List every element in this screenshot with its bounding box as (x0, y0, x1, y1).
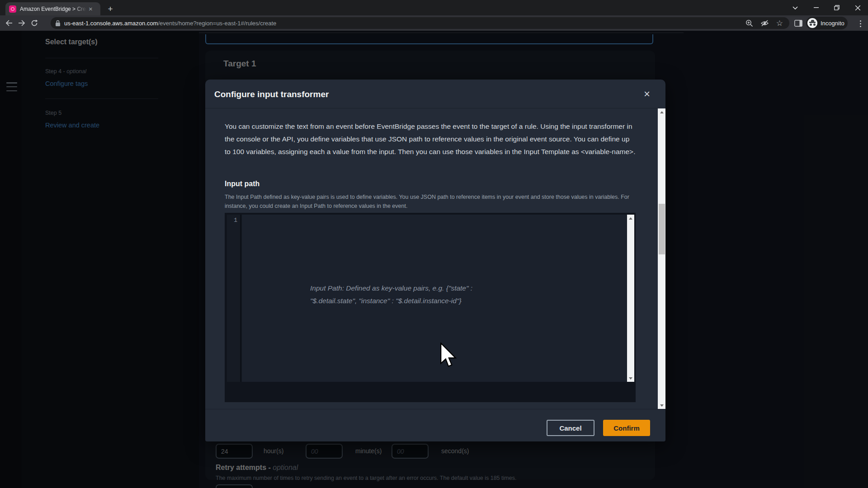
tab-close-icon[interactable]: × (89, 5, 93, 12)
input-path-editor[interactable]: 1 Input Path: Defined as key-value pairs… (225, 213, 636, 402)
cancel-button[interactable]: Cancel (547, 420, 594, 436)
tab-title: Amazon EventBridge > Create ru (20, 6, 87, 12)
forward-button[interactable] (15, 17, 28, 29)
incognito-icon (807, 18, 817, 28)
scrollbar-thumb[interactable] (659, 204, 665, 254)
editor-scrollbar[interactable] (627, 215, 634, 382)
address-bar[interactable]: us-east-1.console.aws.amazon.com/events/… (51, 17, 789, 29)
side-panel-icon[interactable] (794, 20, 802, 28)
confirm-button[interactable]: Confirm (603, 420, 650, 436)
incognito-label: Incognito (821, 20, 844, 27)
lock-icon (55, 20, 61, 27)
bookmark-star-icon[interactable]: ☆ (776, 19, 783, 27)
configure-input-transformer-modal: Configure input transformer × You can cu… (205, 80, 665, 441)
hidden-eye-icon[interactable] (760, 20, 769, 27)
editor-line-number: 1 (227, 215, 241, 382)
modal-header: Configure input transformer × (205, 80, 665, 108)
zoom-icon[interactable] (745, 19, 753, 27)
browser-titlebar (0, 0, 868, 15)
screen: Amazon EventBridge > Create ru × + us-ea… (0, 0, 868, 488)
mouse-cursor (439, 343, 458, 370)
browser-toolbar: us-east-1.console.aws.amazon.com/events/… (0, 15, 868, 31)
browser-menu-button[interactable] (856, 19, 864, 28)
modal-intro-text: You can customize the text from an event… (225, 120, 637, 158)
tab-search-chevron-button[interactable] (785, 0, 806, 15)
input-path-description: The Input Path defined as key-value pair… (225, 192, 632, 211)
modal-scrollbar[interactable] (658, 108, 665, 409)
close-window-button[interactable] (847, 0, 868, 15)
reload-button[interactable] (28, 17, 41, 29)
input-path-heading: Input path (225, 180, 259, 188)
modal-close-icon[interactable]: × (644, 89, 650, 99)
modal-title: Configure input transformer (214, 89, 329, 99)
minimize-button[interactable] (806, 0, 826, 15)
scroll-down-icon[interactable] (658, 402, 665, 409)
scroll-up-icon[interactable] (658, 108, 665, 116)
incognito-badge: Incognito (806, 17, 848, 29)
back-button[interactable] (3, 17, 15, 29)
browser-tab[interactable]: Amazon EventBridge > Create ru × (5, 2, 100, 15)
url-text: us-east-1.console.aws.amazon.com/events/… (64, 20, 745, 27)
scroll-down-icon[interactable] (627, 375, 634, 382)
scroll-up-icon[interactable] (627, 215, 634, 222)
modal-footer: Cancel Confirm (205, 409, 665, 441)
restore-window-button[interactable] (826, 0, 847, 15)
new-tab-button[interactable]: + (105, 4, 116, 14)
eventbridge-favicon (9, 5, 16, 13)
editor-placeholder: Input Path: Defined as key-value pairs, … (310, 282, 500, 307)
